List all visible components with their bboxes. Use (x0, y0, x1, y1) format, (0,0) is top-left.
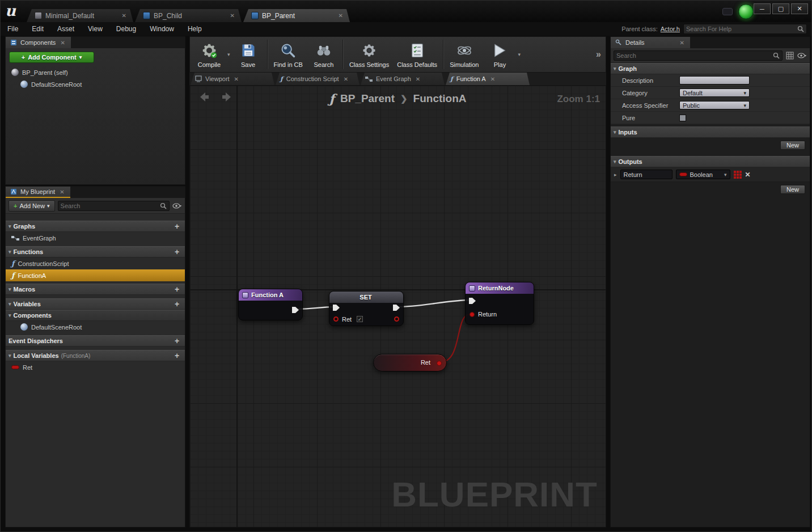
node-header[interactable]: ReturnNode (466, 282, 534, 294)
tab-details[interactable]: Details ✕ (611, 37, 690, 48)
graph-row-eventgraph[interactable]: EventGraph (6, 232, 185, 244)
close-icon[interactable]: ✕ (337, 12, 344, 19)
container-type-icon[interactable] (734, 171, 742, 179)
close-icon[interactable]: ✕ (121, 12, 128, 19)
bool-output-pin[interactable] (437, 361, 442, 366)
add-variable-button[interactable]: + (172, 299, 182, 309)
bool-input-pin[interactable] (333, 316, 339, 322)
exec-output-pin[interactable] (392, 304, 400, 311)
node-function-a[interactable]: Function A (238, 289, 303, 320)
functions-section-header[interactable]: ▾ Functions + (6, 246, 185, 257)
add-event-dispatcher-button[interactable]: + (172, 336, 182, 345)
menu-help[interactable]: Help (181, 22, 209, 36)
help-search-input[interactable] (686, 26, 797, 32)
window-tab-bp-child[interactable]: BP_Child ✕ (135, 9, 242, 22)
visibility-filter-eye-icon[interactable] (172, 202, 182, 209)
graphs-section-header[interactable]: ▾ Graphs + (6, 221, 185, 232)
local-variable-row-ret[interactable]: Ret (6, 361, 185, 373)
close-icon[interactable]: ✕ (59, 40, 66, 46)
class-settings-button[interactable]: Class Settings (345, 38, 393, 71)
close-icon[interactable]: ✕ (679, 40, 686, 46)
node-return[interactable]: ReturnNode Return (465, 282, 534, 325)
add-macro-button[interactable]: + (172, 285, 182, 294)
bool-output-pin[interactable] (394, 316, 399, 322)
graph-editor[interactable]: ƒ BP_Parent ❯ FunctionA Zoom 1:1 Functio… (189, 85, 606, 527)
close-icon[interactable]: ✕ (233, 76, 240, 82)
local-variables-section-header[interactable]: ▾ Local Variables (FunctionA) + (6, 350, 185, 361)
close-icon[interactable]: ✕ (342, 76, 349, 82)
save-button[interactable]: Save (231, 38, 265, 71)
outputs-section-header[interactable]: ▾ Outputs (611, 156, 810, 167)
exec-input-pin[interactable] (332, 304, 340, 311)
event-dispatchers-section-header[interactable]: Event Dispatchers + (6, 335, 185, 347)
display-filter-eye-icon[interactable] (797, 52, 807, 59)
maximize-button[interactable]: ▢ (772, 3, 789, 14)
window-tab-bp-parent[interactable]: BP_Parent ✕ (243, 9, 350, 22)
remove-output-icon[interactable]: ✕ (745, 171, 751, 179)
expand-icon[interactable]: ▸ (614, 172, 617, 178)
menu-window[interactable]: Window (143, 22, 181, 36)
close-icon[interactable]: ✕ (229, 12, 236, 19)
play-button[interactable]: Play (483, 38, 517, 71)
add-graph-button[interactable]: + (172, 222, 182, 231)
output-type-dropdown[interactable]: Boolean ▾ (676, 170, 730, 179)
variables-components-category[interactable]: ▾ Components (6, 310, 185, 321)
menu-view[interactable]: View (81, 22, 109, 36)
menu-edit[interactable]: Edit (25, 22, 50, 36)
play-options-caret-icon[interactable]: ▾ (517, 52, 522, 57)
node-header[interactable]: SET (329, 292, 403, 303)
inputs-section-header[interactable]: ▾ Inputs (611, 126, 810, 138)
node-get-ret[interactable]: Ret (373, 354, 447, 371)
inputs-new-button[interactable]: New (780, 141, 805, 150)
menu-asset[interactable]: Asset (50, 22, 81, 36)
outputs-new-button[interactable]: New (780, 185, 805, 194)
menu-debug[interactable]: Debug (109, 22, 143, 36)
variable-row-defaultsceneroot[interactable]: DefaultSceneRoot (6, 321, 185, 333)
access-specifier-dropdown[interactable]: Public ▾ (679, 101, 750, 109)
find-in-cb-button[interactable]: Find in CB (270, 38, 307, 71)
variables-section-header[interactable]: ▾ Variables + (6, 298, 185, 310)
add-function-button[interactable]: + (172, 247, 182, 256)
graph-section-header[interactable]: ▾ Graph (611, 63, 810, 74)
simulation-button[interactable]: Simulation (446, 38, 483, 71)
exec-output-pin[interactable] (291, 306, 299, 314)
details-search-input[interactable] (616, 52, 773, 59)
description-field[interactable] (679, 76, 750, 85)
component-row-defaultsceneroot[interactable]: DefaultSceneRoot (6, 78, 185, 90)
node-set-ret[interactable]: SET Ret ✓ (329, 291, 404, 326)
close-icon[interactable]: ✕ (58, 189, 65, 195)
pure-checkbox[interactable] (679, 115, 686, 121)
add-component-button[interactable]: + Add Component ▾ (9, 52, 94, 63)
function-row-functiona[interactable]: ƒ FunctionA (6, 269, 185, 281)
class-defaults-button[interactable]: Class Defaults (393, 38, 441, 71)
minimize-button[interactable]: ─ (754, 3, 771, 14)
feedback-bubble-icon[interactable] (722, 8, 733, 15)
close-icon[interactable]: ✕ (489, 76, 496, 82)
my-blueprint-search-input[interactable] (61, 202, 160, 209)
add-local-variable-button[interactable]: + (172, 351, 182, 360)
tab-construction-script[interactable]: ƒ Construction Script ✕ (276, 73, 360, 85)
exec-input-pin[interactable] (468, 297, 476, 305)
bool-value-checkbox[interactable]: ✓ (357, 316, 363, 322)
compile-options-caret-icon[interactable]: ▾ (226, 52, 231, 57)
window-tab-minimal-default[interactable]: Minimal_Default ✕ (27, 9, 133, 22)
node-header[interactable]: Function A (239, 289, 302, 301)
function-row-constructionscript[interactable]: ƒ ConstructionScript (6, 257, 185, 269)
compile-button[interactable]: Compile (192, 38, 226, 71)
bool-return-pin[interactable] (470, 312, 475, 317)
tab-viewport[interactable]: Viewport ✕ (191, 73, 274, 85)
tab-function-a[interactable]: ƒ Function A ✕ (446, 73, 530, 85)
tab-event-graph[interactable]: Event Graph ✕ (361, 73, 445, 85)
toolbar-overflow-icon[interactable]: » (596, 49, 603, 60)
tab-my-blueprint[interactable]: My Blueprint ✕ (6, 187, 70, 198)
close-icon[interactable]: ✕ (415, 76, 421, 82)
menu-file[interactable]: File (1, 22, 25, 36)
component-row-self[interactable]: BP_Parent (self) (6, 66, 185, 78)
tab-components[interactable]: Components ✕ (6, 37, 71, 48)
close-button[interactable]: ✕ (791, 3, 808, 14)
add-new-button[interactable]: + Add New ▾ (9, 200, 55, 212)
output-name-field[interactable]: Return (620, 170, 673, 179)
search-button[interactable]: Search (307, 38, 341, 71)
category-dropdown[interactable]: Default ▾ (679, 88, 750, 97)
macros-section-header[interactable]: ▾ Macros + (6, 284, 185, 295)
